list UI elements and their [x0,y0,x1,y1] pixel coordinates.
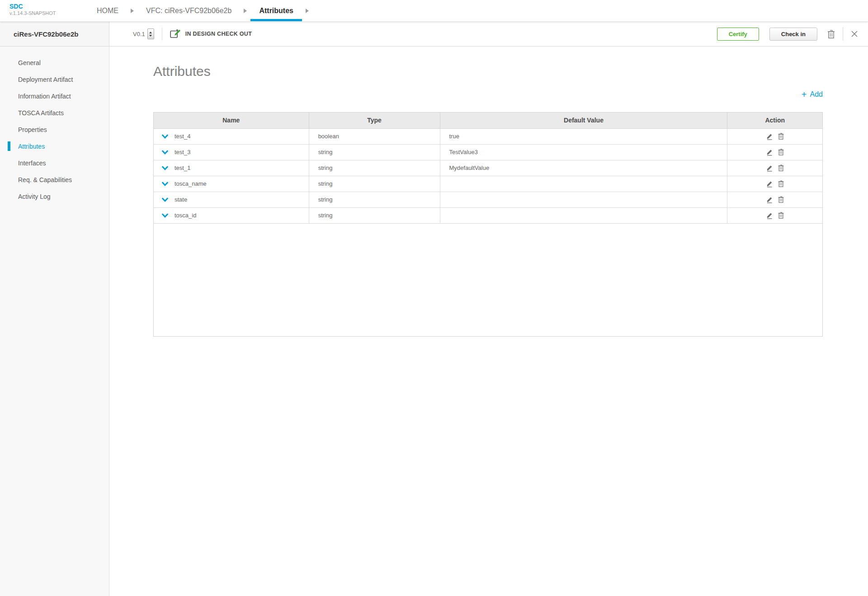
attribute-default-value-cell [440,207,727,223]
breadcrumb-tab-attributes[interactable]: Attributes [247,0,305,21]
attribute-type-cell: boolean [309,128,440,144]
attribute-name: test_4 [175,133,190,140]
divider [162,28,162,40]
sidebar-item-label: Deployment Artifact [18,76,73,83]
attribute-action-cell [727,160,822,176]
sidebar-item-label: TOSCA Artifacts [18,109,64,117]
edit-attribute-button[interactable] [766,196,774,204]
sidebar-item-label: Properties [18,126,47,133]
attribute-type-cell: string [309,192,440,207]
edit-attribute-button[interactable] [766,132,774,141]
caret-right-icon [244,9,247,13]
delete-entity-button[interactable] [827,30,835,38]
edit-attribute-button[interactable] [766,164,774,172]
stepper-down-icon[interactable] [149,35,152,37]
plus-icon: + [802,90,807,99]
breadcrumb-tab-vfc-cires-vfc92b06e2b[interactable]: VFC: ciRes-VFC92b06e2b [134,0,243,21]
close-icon[interactable] [851,30,858,38]
edit-attribute-button[interactable] [766,180,774,188]
check-in-button[interactable]: Check in [769,28,817,41]
add-attribute-button[interactable]: + Add [802,90,823,99]
caret-right-icon [306,9,309,13]
attribute-name-cell: state [154,192,309,207]
chevron-down-icon[interactable] [161,182,169,186]
table-row: statestring [154,192,822,207]
breadcrumb: HOMEVFC: ciRes-VFC92b06e2bAttributes [85,0,309,21]
edit-attribute-button[interactable] [766,148,774,156]
attribute-name: test_3 [175,149,190,155]
column-header-default-value: Default Value [440,113,727,128]
attribute-type-cell: string [309,176,440,192]
sidebar-item-label: Attributes [18,143,45,150]
attribute-name-cell: tosca_id [154,207,309,223]
attribute-type-cell: string [309,144,440,160]
sidebar-item-general[interactable]: General [0,54,109,71]
sidebar-item-label: Interfaces [18,160,46,167]
sidebar-item-tosca-artifacts[interactable]: TOSCA Artifacts [0,104,109,121]
attribute-name-cell: test_1 [154,160,309,176]
sidebar-item-information-artifact[interactable]: Information Artifact [0,88,109,104]
sidebar-item-label: Req. & Capabilities [18,176,72,183]
table-row: test_4booleantrue [154,128,822,144]
sidebar-item-deployment-artifact[interactable]: Deployment Artifact [0,71,109,88]
column-header-name: Name [154,113,309,128]
version-status-area: V0.1 IN DESIGN CHECK OUT [109,22,252,46]
delete-attribute-button[interactable] [778,196,784,203]
attribute-name-cell: tosca_name [154,176,309,192]
sidebar-item-activity-log[interactable]: Activity Log [0,188,109,205]
attribute-type-cell: string [309,207,440,223]
delete-attribute-button[interactable] [778,211,784,219]
chevron-down-icon[interactable] [161,197,169,202]
sidebar-menu: GeneralDeployment ArtifactInformation Ar… [0,47,109,596]
column-header-action: Action [727,113,822,128]
chevron-down-icon[interactable] [161,134,169,139]
attribute-action-cell [727,144,822,160]
divider [843,27,843,41]
version-label: V0.1 [133,31,145,38]
attribute-name-cell: test_3 [154,144,309,160]
sidebar-item-properties[interactable]: Properties [0,121,109,138]
app-version: v.1.14.3-SNAPSHOT [9,10,85,16]
table-row: test_1stringMydefaultValue [154,160,822,176]
certify-button[interactable]: Certify [717,28,759,41]
stepper-up-icon[interactable] [149,32,152,33]
add-label: Add [810,90,823,99]
attribute-default-value-cell [440,176,727,192]
sidebar-item-label: Activity Log [18,193,51,200]
attribute-default-value-cell: MydefaultValue [440,160,727,176]
page-title: Attributes [153,63,823,80]
attribute-action-cell [727,207,822,223]
attribute-action-cell [727,176,822,192]
delete-attribute-button[interactable] [778,132,784,140]
sdc-logo[interactable]: SDC v.1.14.3-SNAPSHOT [0,0,85,21]
chevron-down-icon[interactable] [161,150,169,155]
sidebar-item-req-capabilities[interactable]: Req. & Capabilities [0,171,109,188]
attribute-name: tosca_name [175,180,207,187]
sidebar-item-attributes[interactable]: Attributes [0,138,109,155]
table-header-row: Name Type Default Value Action [154,113,822,128]
attributes-table-body: test_4booleantruetest_3stringTestValue3t… [154,128,822,223]
edit-attribute-button[interactable] [766,211,774,220]
delete-attribute-button[interactable] [778,180,784,188]
entity-name: ciRes-VFC92b06e2b [0,22,109,46]
design-pencil-icon [170,29,181,39]
table-row: test_3stringTestValue3 [154,144,822,160]
sidebar-item-label: Information Artifact [18,93,71,100]
attribute-type-cell: string [309,160,440,176]
version-stepper[interactable] [147,28,154,39]
attribute-default-value-cell: TestValue3 [440,144,727,160]
attributes-table: Name Type Default Value Action test_4boo… [153,112,823,337]
chevron-down-icon[interactable] [161,166,169,170]
attribute-default-value-cell: true [440,128,727,144]
table-row: tosca_idstring [154,207,822,223]
attribute-name-cell: test_4 [154,128,309,144]
sidebar-item-interfaces[interactable]: Interfaces [0,155,109,171]
top-nav-bar: SDC v.1.14.3-SNAPSHOT HOMEVFC: ciRes-VFC… [0,0,868,22]
delete-attribute-button[interactable] [778,164,784,172]
delete-attribute-button[interactable] [778,148,784,156]
sidebar-item-label: General [18,59,41,66]
entity-toolbar: ciRes-VFC92b06e2b V0.1 IN DESIGN CHECK O… [0,22,868,47]
chevron-down-icon[interactable] [161,213,169,218]
main-panel: Attributes + Add Name Type De [109,47,868,596]
breadcrumb-tab-home[interactable]: HOME [85,0,130,21]
